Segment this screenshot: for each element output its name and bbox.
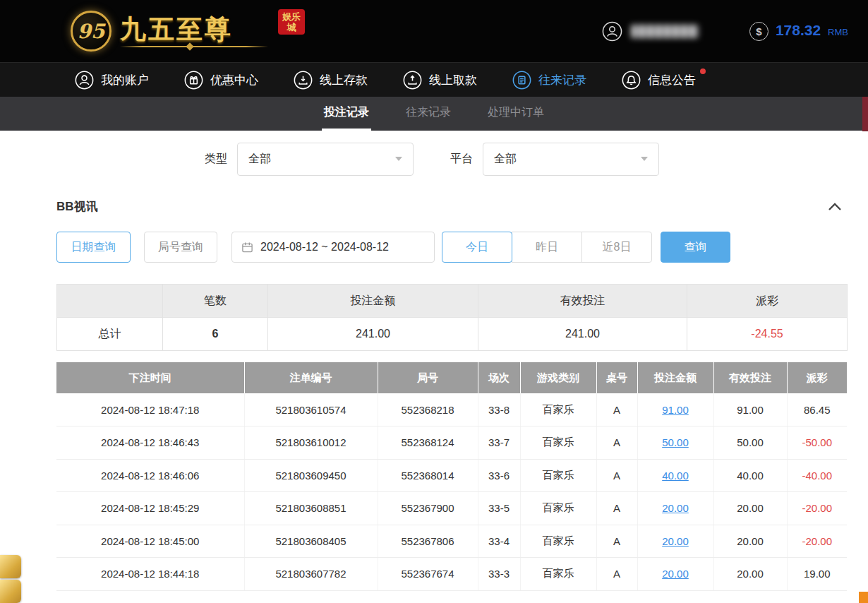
summary-header-payout: 派彩 <box>687 285 848 318</box>
cell-bet_id: 521803607782 <box>244 558 378 591</box>
nav-item-deposit[interactable]: 线上存款 <box>294 71 368 90</box>
cell-session: 33-5 <box>478 492 520 525</box>
nav-item-transaction-records[interactable]: 往来记录 <box>512 71 586 90</box>
last-8-days-button[interactable]: 近8日 <box>581 232 652 263</box>
user-account[interactable] <box>602 21 699 42</box>
summary-header-bet-amount: 投注金额 <box>268 285 478 318</box>
balance[interactable]: $ 178.32 RMB <box>749 22 848 41</box>
table-row: 2024-08-12 18:47:18521803610574552368218… <box>56 393 847 426</box>
bet-amount-link[interactable]: 50.00 <box>662 436 689 448</box>
today-button[interactable]: 今日 <box>442 232 512 263</box>
table-row: 2024-08-12 18:45:00521803608405552367806… <box>56 525 847 558</box>
cell-round_id: 552367806 <box>378 525 478 558</box>
cell-session: 33-4 <box>478 525 520 558</box>
cell-round_id: 552367900 <box>378 492 478 525</box>
cell-game: 百家乐 <box>520 492 596 525</box>
bet-table-body: 2024-08-12 18:47:18521803610574552368218… <box>56 393 847 590</box>
bet-amount-link[interactable]: 40.00 <box>662 470 689 482</box>
nav-item-announcements[interactable]: 信息公告 <box>622 71 696 90</box>
tab-bet-records[interactable]: 投注记录 <box>322 97 371 131</box>
bet-amount-link[interactable]: 20.00 <box>662 502 689 514</box>
cell-bet: 20.00 <box>637 492 713 525</box>
logo-emblem-icon: 95 <box>71 11 111 52</box>
summary-table: 笔数 投注金额 有效投注 派彩 总计 6 241.00 241.00 -24.5… <box>56 284 848 351</box>
cell-round_id: 552368218 <box>378 393 478 426</box>
search-button[interactable]: 查询 <box>661 232 730 263</box>
balance-currency: RMB <box>828 27 848 37</box>
col-bet-time: 下注时间 <box>56 362 244 393</box>
table-row: 2024-08-12 18:46:06521803609450552368014… <box>56 459 847 492</box>
cell-time: 2024-08-12 18:45:29 <box>56 492 244 525</box>
date-query-button[interactable]: 日期查询 <box>56 232 131 263</box>
summary-header-row: 笔数 投注金额 有效投注 派彩 <box>57 285 848 318</box>
brand-logo[interactable]: 95 九五至尊 娱乐城 <box>71 11 305 52</box>
table-row: 2024-08-12 18:44:18521803607782552367674… <box>56 558 847 591</box>
cell-bet_id: 521803610574 <box>244 393 378 426</box>
cell-table_no: A <box>596 558 637 591</box>
cell-bet: 40.00 <box>637 459 713 492</box>
cell-game: 百家乐 <box>520 393 596 426</box>
corner-widget[interactable] <box>859 592 868 603</box>
bet-amount-link[interactable]: 91.00 <box>662 404 689 416</box>
bet-amount-link[interactable]: 20.00 <box>662 535 689 547</box>
type-label: 类型 <box>205 152 227 167</box>
date-range-input[interactable]: 2024-08-12 ~ 2024-08-12 <box>231 232 435 263</box>
deposit-circle-icon <box>294 71 313 90</box>
cell-table_no: A <box>596 393 637 426</box>
cell-time: 2024-08-12 18:44:18 <box>56 558 244 591</box>
nav-item-withdraw[interactable]: 线上取款 <box>403 71 477 90</box>
summary-bet-amount: 241.00 <box>268 318 478 351</box>
brand-text-wrap: 九五至尊 娱乐城 <box>120 15 305 47</box>
platform-select[interactable]: 全部 <box>483 143 659 176</box>
tab-transaction-records[interactable]: 往来记录 <box>404 97 453 131</box>
floating-promo-widget[interactable] <box>0 554 21 603</box>
date-range-value: 2024-08-12 ~ 2024-08-12 <box>260 241 389 253</box>
balance-amount: 178.32 <box>776 22 821 39</box>
tab-label: 投注记录 <box>324 105 369 120</box>
type-select-value: 全部 <box>248 152 271 167</box>
cell-valid: 40.00 <box>713 459 787 492</box>
summary-valid-bet: 241.00 <box>478 318 687 351</box>
promo-gold-icon <box>0 555 21 578</box>
cell-table_no: A <box>596 525 637 558</box>
bet-amount-link[interactable]: 20.00 <box>662 568 689 580</box>
col-bet-id: 注单编号 <box>244 362 378 393</box>
cell-bet: 20.00 <box>637 525 713 558</box>
cell-time: 2024-08-12 18:47:18 <box>56 393 244 426</box>
nav-item-my-account[interactable]: 我的账户 <box>75 71 149 90</box>
user-circle-icon <box>75 71 94 90</box>
cell-round_id: 552367674 <box>378 558 478 591</box>
cell-table_no: A <box>596 492 637 525</box>
tab-processing-orders[interactable]: 处理中订单 <box>486 97 546 131</box>
cell-payout: 19.00 <box>787 558 847 591</box>
chevron-down-icon <box>395 157 402 161</box>
cell-time: 2024-08-12 18:46:43 <box>56 426 244 460</box>
cell-session: 33-7 <box>478 426 520 460</box>
cell-valid: 20.00 <box>713 492 787 525</box>
bell-circle-icon <box>622 71 641 90</box>
type-select[interactable]: 全部 <box>237 143 414 176</box>
nav-item-promotions[interactable]: 优惠中心 <box>184 71 258 90</box>
round-query-button[interactable]: 局号查询 <box>144 232 217 263</box>
brand-flourish <box>120 46 268 47</box>
username-masked <box>631 25 699 38</box>
summary-payout: -24.55 <box>687 318 848 351</box>
cell-payout: 86.45 <box>787 393 847 426</box>
cell-bet: 50.00 <box>637 426 713 460</box>
header-right: $ 178.32 RMB <box>602 21 848 42</box>
cell-table_no: A <box>596 426 637 460</box>
notification-dot <box>700 68 706 74</box>
nav-label: 优惠中心 <box>210 72 258 88</box>
chevron-up-icon[interactable] <box>827 201 843 212</box>
cell-valid: 50.00 <box>713 426 787 460</box>
summary-count: 6 <box>163 318 268 351</box>
tab-label: 往来记录 <box>406 105 451 120</box>
cell-game: 百家乐 <box>520 426 596 460</box>
cell-valid: 20.00 <box>713 558 787 591</box>
cell-bet: 20.00 <box>637 558 713 591</box>
col-payout: 派彩 <box>787 362 847 393</box>
yesterday-button[interactable]: 昨日 <box>512 232 582 263</box>
cell-time: 2024-08-12 18:45:00 <box>56 525 244 558</box>
cell-session: 33-6 <box>478 459 520 492</box>
summary-header-valid-bet: 有效投注 <box>478 285 687 318</box>
